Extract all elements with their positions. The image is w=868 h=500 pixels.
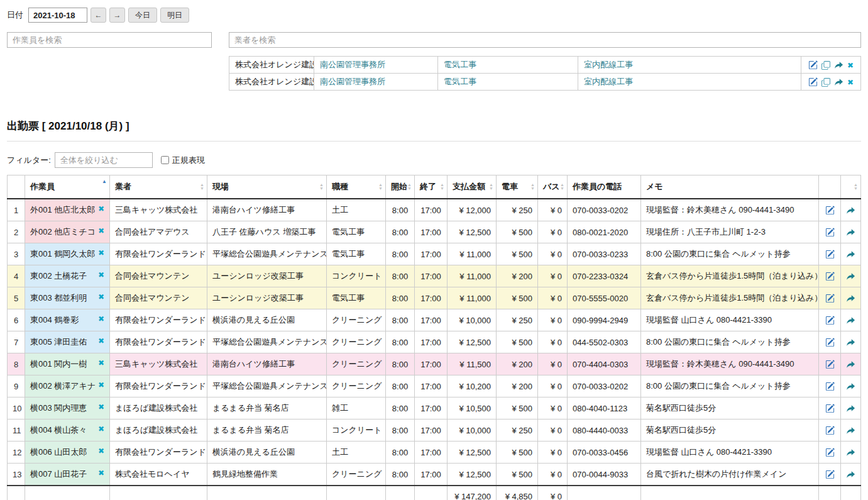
forward-icon[interactable]: [846, 404, 855, 413]
regex-checkbox[interactable]: [161, 156, 169, 164]
remove-worker-icon[interactable]: ✖: [98, 359, 104, 367]
column-header-9[interactable]: バス▲▼: [538, 175, 568, 199]
order-office-link[interactable]: 南公園管理事務所: [320, 77, 385, 86]
column-header-6[interactable]: 終了▲▼: [415, 175, 448, 199]
forward-icon[interactable]: [846, 360, 855, 369]
job-cell: 電気工事: [327, 221, 386, 243]
remove-worker-icon[interactable]: ✖: [98, 271, 104, 279]
order-work-link[interactable]: 室内配線工事: [584, 60, 633, 69]
column-header-5[interactable]: 開始▲▼: [386, 175, 415, 199]
date-input[interactable]: [28, 8, 87, 23]
forward-icon[interactable]: [834, 77, 843, 87]
column-header-blank-13[interactable]: ▲▼: [841, 175, 861, 199]
copy-icon[interactable]: [821, 78, 830, 87]
start-cell: 8:00: [386, 243, 415, 265]
column-header-7[interactable]: 支払金額▲▼: [448, 175, 497, 199]
remove-worker-icon[interactable]: ✖: [98, 337, 104, 345]
orders-section: 株式会社オレンジ建設南公園管理事務所電気工事室内配線工事✖株式会社オレンジ建設南…: [229, 56, 861, 91]
company-cell: 合同会社マウンテン: [110, 287, 207, 309]
attendance-row: 2✖外002 他店ミチコ合同会社アマデウス八王子 佐藤ハウス 増築工事電気工事8…: [8, 221, 861, 243]
edit-icon[interactable]: [825, 272, 835, 281]
company-cell: 三島キャッツ株式会社: [110, 353, 207, 375]
company-cell: 三島キャッツ株式会社: [110, 199, 207, 221]
forward-icon[interactable]: [846, 250, 855, 259]
edit-cell: [819, 397, 841, 419]
next-day-button[interactable]: →: [109, 8, 125, 23]
remove-worker-icon[interactable]: ✖: [98, 227, 104, 235]
column-header-4[interactable]: 職種▲▼: [327, 175, 386, 199]
copy-icon[interactable]: [821, 61, 830, 70]
remove-worker-icon[interactable]: ✖: [98, 403, 104, 411]
forward-icon[interactable]: [846, 470, 855, 479]
forward-icon[interactable]: [846, 448, 855, 457]
edit-icon[interactable]: [825, 404, 835, 413]
order-company: 株式会社オレンジ建設: [229, 74, 314, 91]
order-category-link[interactable]: 電気工事: [444, 77, 476, 86]
remove-worker-icon[interactable]: ✖: [98, 381, 104, 389]
forward-icon[interactable]: [846, 382, 855, 391]
edit-icon[interactable]: [825, 338, 835, 347]
edit-icon[interactable]: [825, 228, 835, 237]
remove-worker-icon[interactable]: ✖: [98, 469, 104, 477]
worker-name: 横003 関内理恵: [30, 403, 87, 413]
forward-icon[interactable]: [846, 338, 855, 347]
forward-icon[interactable]: [834, 60, 843, 70]
footer-blank: [207, 486, 327, 500]
today-button[interactable]: 今日: [128, 8, 157, 23]
column-header-8[interactable]: 電車▲▼: [497, 175, 538, 199]
remove-worker-icon[interactable]: ✖: [98, 425, 104, 433]
remove-worker-icon[interactable]: ✖: [98, 315, 104, 323]
column-label: 作業員: [30, 182, 55, 191]
forward-icon[interactable]: [846, 294, 855, 303]
forward-icon[interactable]: [846, 426, 855, 435]
remove-worker-icon[interactable]: ✖: [98, 447, 104, 455]
edit-icon[interactable]: [825, 206, 835, 215]
forward-icon[interactable]: [846, 228, 855, 237]
order-office-link[interactable]: 南公園管理事務所: [320, 60, 385, 69]
column-header-3[interactable]: 現場▲▼: [207, 175, 327, 199]
edit-icon[interactable]: [825, 470, 835, 479]
edit-icon[interactable]: [825, 294, 835, 303]
edit-icon[interactable]: [825, 360, 835, 369]
page-title: 出勤票 [ 2021/10/18 (月) ]: [7, 119, 861, 133]
row-number: 4: [8, 265, 25, 287]
phone-cell: 070-2233-0324: [568, 265, 641, 287]
forward-cell: [841, 243, 861, 265]
site-cell: 八王子 佐藤ハウス 増築工事: [207, 221, 327, 243]
filter-input[interactable]: [55, 152, 153, 168]
forward-icon[interactable]: [846, 206, 855, 215]
column-header-2[interactable]: 業者▲▼: [110, 175, 207, 199]
forward-icon[interactable]: [846, 316, 855, 325]
phone-cell: 070-0044-9033: [568, 464, 641, 486]
remove-worker-icon[interactable]: ✖: [98, 293, 104, 301]
site-cell: 鶴見緑地整備作業: [207, 464, 327, 486]
edit-icon[interactable]: [825, 250, 835, 259]
contractor-search-input[interactable]: [229, 32, 861, 48]
edit-icon[interactable]: [808, 60, 818, 70]
phone-cell: 070-5555-0020: [568, 287, 641, 309]
job-cell: 土工: [327, 199, 386, 221]
worker-cell: ✖東004 鶴巻彩: [25, 309, 110, 331]
column-header-1[interactable]: 作業員▲: [25, 175, 110, 199]
edit-icon[interactable]: [825, 316, 835, 325]
attendance-row: 8✖横001 関内一樹三島キャッツ株式会社港南台ハイツ修繕工事クリーニング8:0…: [8, 353, 861, 375]
edit-icon[interactable]: [825, 382, 835, 391]
order-category-link[interactable]: 電気工事: [444, 60, 476, 69]
edit-icon[interactable]: [825, 448, 835, 457]
forward-icon[interactable]: [846, 272, 855, 281]
worker-cell: ✖横002 横澤アキナ: [25, 375, 110, 397]
column-label: 作業員の電話: [573, 182, 622, 191]
column-label: バス: [543, 182, 560, 191]
remove-worker-icon[interactable]: ✖: [98, 249, 104, 257]
edit-icon[interactable]: [825, 426, 835, 435]
remove-worker-icon[interactable]: ✖: [98, 205, 104, 213]
worker-search-input[interactable]: [7, 32, 212, 48]
prev-day-button[interactable]: ←: [91, 8, 106, 23]
tomorrow-button[interactable]: 明日: [160, 8, 189, 23]
order-work-link[interactable]: 室内配線工事: [584, 77, 633, 86]
train-cell: ¥ 500: [497, 243, 538, 265]
edit-icon[interactable]: [808, 77, 818, 87]
site-cell: 横浜港の見える丘公園: [207, 309, 327, 331]
pay-cell: ¥ 11,500: [448, 353, 497, 375]
start-cell: 8:00: [386, 353, 415, 375]
